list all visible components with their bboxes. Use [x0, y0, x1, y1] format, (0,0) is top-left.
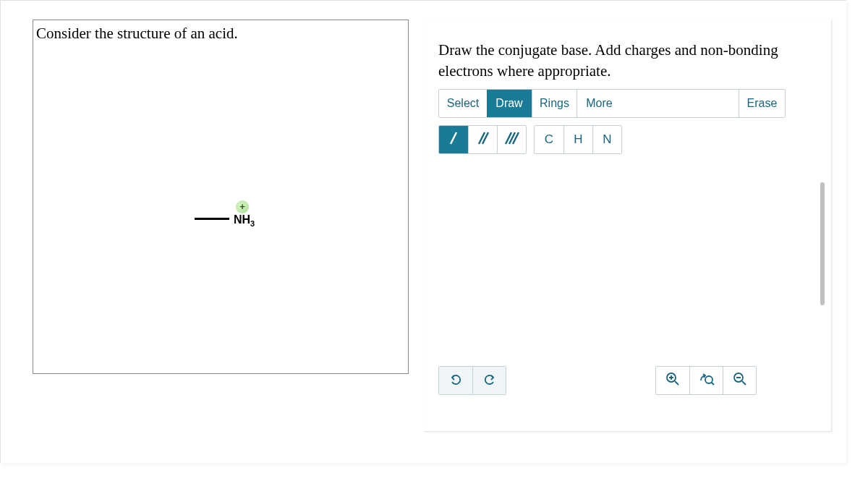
svg-line-7 — [675, 381, 678, 385]
zoom-out-button[interactable] — [723, 367, 756, 394]
history-group — [438, 366, 506, 395]
redo-icon — [482, 372, 497, 389]
svg-line-13 — [742, 381, 746, 385]
atom-h-button[interactable]: H — [563, 126, 592, 153]
atom-c-button[interactable]: C — [535, 126, 563, 153]
structure-panel: Consider the structure of an acid. + NH3 — [33, 20, 409, 374]
zoom-group — [655, 366, 757, 395]
zoom-reset-button[interactable] — [689, 367, 723, 394]
double-bond-icon — [476, 130, 490, 150]
mode-toolbar: Select Draw Rings More Erase — [438, 89, 786, 118]
triple-bond-icon — [503, 130, 521, 150]
scrollbar-thumb[interactable] — [820, 182, 825, 305]
atom-group: C H N — [534, 125, 622, 154]
undo-button[interactable] — [439, 367, 472, 394]
svg-line-0 — [451, 132, 456, 144]
canvas-scrollbar[interactable] — [820, 182, 825, 316]
bond-line — [195, 218, 229, 220]
triple-bond-button[interactable] — [497, 126, 526, 153]
tab-select[interactable]: Select — [439, 90, 487, 117]
zoom-reset-icon — [699, 372, 715, 389]
tab-draw[interactable]: Draw — [487, 90, 532, 117]
nh3-label: NH3 — [234, 213, 255, 228]
double-bond-button[interactable] — [468, 126, 497, 153]
redo-button[interactable] — [472, 367, 506, 394]
structure-prompt: Consider the structure of an acid. — [36, 25, 238, 43]
tab-erase[interactable]: Erase — [739, 90, 785, 117]
atom-n-button[interactable]: N — [592, 126, 621, 153]
drawing-panel: Draw the conjugate base. Add charges and… — [424, 20, 832, 432]
tab-more[interactable]: More — [576, 90, 621, 117]
bottom-toolbar — [438, 366, 786, 395]
toolbar-spacer — [621, 90, 739, 117]
tab-rings[interactable]: Rings — [532, 90, 576, 117]
tool-toolbar: C H N — [438, 125, 622, 154]
svg-line-11 — [711, 383, 714, 386]
drawing-instruction: Draw the conjugate base. Add charges and… — [438, 40, 814, 82]
undo-icon — [448, 372, 463, 389]
zoom-in-icon — [665, 372, 680, 389]
bond-group — [438, 125, 527, 154]
zoom-in-button[interactable] — [656, 367, 689, 394]
zoom-out-icon — [733, 372, 747, 389]
question-container: Consider the structure of an acid. + NH3… — [0, 0, 846, 463]
single-bond-icon — [447, 130, 460, 150]
single-bond-button[interactable] — [439, 126, 468, 153]
positive-charge-icon: + — [236, 200, 249, 213]
